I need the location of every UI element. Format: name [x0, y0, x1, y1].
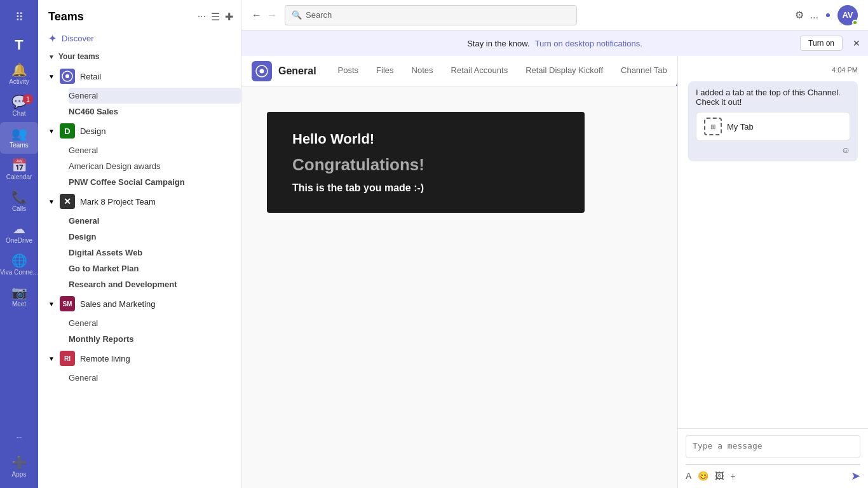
search-placeholder: Search — [306, 10, 332, 20]
notification-text: Stay in the know. — [467, 39, 529, 48]
settings-icon[interactable]: ⚙ — [795, 9, 804, 21]
topbar-more-button[interactable]: ... — [810, 10, 818, 21]
turn-on-button[interactable]: Turn on — [800, 36, 843, 51]
ri-avatar: RI — [60, 351, 75, 366]
sidebar-more-button[interactable]: ··· — [198, 11, 206, 23]
team-ri[interactable]: ▼ RI Remote living — [38, 347, 241, 370]
mark8-avatar: ✕ — [60, 194, 75, 209]
sidebar-add-button[interactable]: ✚ — [225, 11, 233, 23]
sidebar-header: Teams ··· ☰ ✚ — [38, 0, 241, 29]
presence-dot — [825, 12, 831, 18]
design-channels: General American Design awards PNW Coffe… — [38, 142, 241, 190]
chat-message-text: I added a tab at the top of this Channel… — [696, 88, 841, 107]
team-design[interactable]: ▼ D Design — [38, 119, 241, 142]
sm-name: Sales and Marketing — [80, 299, 231, 309]
chat-messages: 4:04 PM I added a tab at the top of this… — [678, 56, 868, 428]
topbar-left: ← → — [252, 10, 277, 21]
topbar: ← → 🔍 Search ⚙ ... AV — [241, 0, 868, 30]
react-button[interactable]: ☺ — [841, 145, 850, 155]
grid-icon: ⠿ — [15, 10, 24, 24]
rail-item-activity[interactable]: 🔔 Activity — [0, 58, 38, 90]
rail-grid-dots[interactable]: ⠿ — [0, 5, 38, 32]
rail-more[interactable]: ··· — [0, 429, 38, 449]
tab-retail-display-kickoff[interactable]: Retail Display Kickoff — [517, 56, 612, 86]
tab-posts[interactable]: Posts — [329, 56, 368, 86]
your-teams-section[interactable]: ▼ Your teams — [38, 48, 241, 65]
sidebar-filter-button[interactable]: ☰ — [211, 11, 220, 23]
hello-title: Hello World! — [292, 131, 559, 147]
onedrive-icon: ☁ — [13, 222, 25, 235]
rail-item-calls[interactable]: 📞 Calls — [0, 186, 38, 217]
mark8-name: Mark 8 Project Team — [80, 197, 231, 207]
channel-design-general[interactable]: General — [69, 142, 241, 158]
your-teams-label: Your teams — [58, 52, 99, 61]
team-mark8[interactable]: ▼ ✕ Mark 8 Project Team — [38, 190, 241, 213]
channel-main: General Posts Files Notes Retail Account… — [241, 56, 677, 488]
emoji-icon[interactable]: 😊 — [698, 471, 709, 481]
back-icon[interactable]: ← — [252, 10, 262, 21]
user-avatar[interactable]: AV — [837, 5, 858, 25]
chat-input-actions: A 😊 🖼 + ➤ — [686, 469, 860, 483]
notification-close-button[interactable]: ✕ — [853, 38, 860, 48]
send-button[interactable]: ➤ — [851, 469, 860, 483]
ri-name: Remote living — [80, 354, 231, 363]
channel-mark8-gtm[interactable]: Go to Market Plan — [69, 261, 241, 276]
channel-retail-general[interactable]: General — [69, 88, 241, 104]
ri-channels: General — [38, 370, 241, 386]
tab-notes[interactable]: Notes — [403, 56, 442, 86]
sidebar-actions: ··· ☰ ✚ — [198, 11, 233, 23]
rail-item-calendar[interactable]: 📅 Calendar — [0, 154, 38, 186]
rail-item-onedrive[interactable]: ☁ OneDrive — [0, 217, 38, 249]
team-retail[interactable]: ▼ Retail — [38, 65, 241, 88]
notification-link[interactable]: Turn on desktop notifications. — [534, 39, 642, 48]
hello-subtitle: This is the tab you made :-) — [292, 182, 559, 194]
tab-retail-accounts[interactable]: Retail Accounts — [442, 56, 517, 86]
rail-item-chat[interactable]: 💬 Chat 1 — [0, 90, 38, 122]
hello-card: Hello World! Congratulations! This is th… — [267, 112, 585, 213]
channel-design-pnw[interactable]: PNW Coffee Social Campaign — [69, 174, 241, 190]
design-avatar: D — [60, 123, 75, 139]
channel-design-awards[interactable]: American Design awards — [69, 158, 241, 174]
svg-point-1 — [65, 74, 69, 78]
sidebar: Teams ··· ☰ ✚ ✦ Discover ▼ Your teams ▼ … — [38, 0, 241, 488]
forward-icon[interactable]: → — [267, 10, 277, 21]
mark8-chevron: ▼ — [48, 198, 55, 205]
tab-files[interactable]: Files — [367, 56, 402, 86]
chat-bubble: I added a tab at the top of this Channel… — [688, 81, 858, 161]
channel-name: General — [278, 65, 316, 77]
channel-sm-general[interactable]: General — [69, 315, 241, 331]
attach-icon[interactable]: + — [730, 471, 735, 481]
rail-teams-logo[interactable]: T — [0, 32, 38, 58]
sm-chevron: ▼ — [48, 301, 55, 308]
tab-channel-tab[interactable]: Channel Tab — [612, 56, 676, 86]
discover-label: Discover — [62, 34, 94, 43]
avatar-status — [852, 20, 858, 25]
gif-icon[interactable]: 🖼 — [715, 471, 724, 481]
mark8-channels: General Design Digital Assets Web Go to … — [38, 213, 241, 292]
rail-item-viva[interactable]: 🌐 Viva Conne... — [0, 249, 38, 281]
sidebar-title: Teams — [48, 10, 193, 24]
rail-item-apps[interactable]: ➕ Apps — [0, 451, 38, 488]
channel-sm-monthly[interactable]: Monthly Reports — [69, 331, 241, 347]
format-icon[interactable]: A — [686, 471, 691, 481]
channel-header: General Posts Files Notes Retail Account… — [241, 56, 677, 86]
rail-item-teams[interactable]: 👥 Teams — [0, 122, 38, 154]
channel-ri-general[interactable]: General — [69, 370, 241, 386]
discover-icon: ✦ — [48, 32, 57, 44]
channel-area: General Posts Files Notes Retail Account… — [241, 56, 868, 488]
rail-item-meet[interactable]: 📷 Meet — [0, 281, 38, 313]
ri-chevron: ▼ — [48, 355, 55, 362]
left-rail: ⠿ T 🔔 Activity 💬 Chat 1 👥 Teams 📅 Calend… — [0, 0, 38, 488]
channel-mark8-general[interactable]: General — [69, 213, 241, 229]
channel-mark8-design[interactable]: Design — [69, 229, 241, 245]
search-bar[interactable]: 🔍 Search — [285, 5, 577, 25]
chat-input-field[interactable] — [686, 435, 860, 458]
team-sm[interactable]: ▼ SM Sales and Marketing — [38, 292, 241, 315]
topbar-right: ⚙ ... AV — [795, 5, 858, 25]
my-tab-card-label: My Tab — [727, 122, 754, 132]
channel-mark8-rd[interactable]: Research and Development — [69, 276, 241, 292]
channel-mark8-digital[interactable]: Digital Assets Web — [69, 245, 241, 261]
discover-row[interactable]: ✦ Discover — [38, 29, 241, 48]
retail-chevron: ▼ — [48, 73, 55, 80]
channel-retail-nc460[interactable]: NC460 Sales — [69, 104, 241, 119]
